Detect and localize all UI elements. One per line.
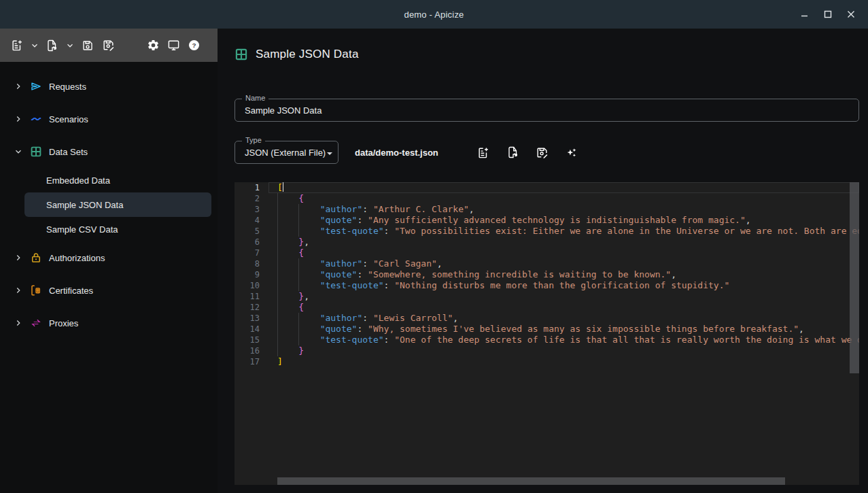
sidebar-item-embedded-data[interactable]: Embedded Data <box>24 168 211 192</box>
sidebar-item-authorizations[interactable]: Authorizations <box>0 241 218 274</box>
code-line[interactable]: [ <box>268 182 859 193</box>
code-line[interactable]: "test-quote": "Nothing disturbs me more … <box>268 280 859 291</box>
code-line[interactable]: "author": "Arthur C. Clarke", <box>268 204 859 215</box>
chevron-right-icon[interactable] <box>14 318 23 328</box>
sparkle-button[interactable] <box>565 144 578 160</box>
type-select[interactable]: Type JSON (External File) <box>235 141 338 164</box>
save-as-button[interactable] <box>536 144 549 160</box>
new-document-button[interactable] <box>8 33 26 58</box>
code-line[interactable]: "quote": "Somewhere, something incredibl… <box>268 269 859 280</box>
editor-content[interactable]: 1[2 {3 "author": "Arthur C. Clarke",4 "q… <box>235 182 859 485</box>
horizontal-scrollbar[interactable] <box>235 477 850 485</box>
close-button[interactable] <box>839 0 863 29</box>
chevron-right-icon[interactable] <box>14 253 23 262</box>
code-line[interactable]: "author": "Carl Sagan", <box>268 258 859 269</box>
sidebar-item-requests[interactable]: Requests <box>0 70 218 103</box>
indent-guide <box>298 226 299 237</box>
sidebar-item-proxies[interactable]: Proxies <box>0 307 218 339</box>
sidebar-nav: RequestsScenariosData SetsEmbedded DataS… <box>0 62 218 339</box>
name-field[interactable]: Name Sample JSON Data <box>235 99 859 122</box>
line-number: 3 <box>235 204 268 215</box>
chevron-right-icon[interactable] <box>14 114 23 124</box>
swap-arrows-icon <box>30 317 42 329</box>
chevron-down-button[interactable] <box>64 33 76 58</box>
code-token: "author" <box>320 258 363 269</box>
editor-line[interactable]: 9 "quote": "Somewhere, something incredi… <box>235 269 859 280</box>
indent-guide <box>277 226 278 237</box>
open-file-button[interactable] <box>44 33 61 58</box>
editor-line[interactable]: 12 { <box>235 302 859 313</box>
settings-gear-button[interactable] <box>144 33 162 58</box>
help-button[interactable]: ? <box>185 33 203 58</box>
editor-line[interactable]: 2 { <box>235 193 859 204</box>
chevron-down-icon[interactable] <box>14 147 23 156</box>
editor-line[interactable]: 3 "author": "Arthur C. Clarke", <box>235 204 859 215</box>
editor-line[interactable]: 8 "author": "Carl Sagan", <box>235 258 859 269</box>
settings-gear-icon <box>147 39 160 52</box>
vertical-scrollbar[interactable] <box>850 182 859 477</box>
code-line[interactable]: } <box>268 345 859 356</box>
new-document-button[interactable] <box>477 144 491 160</box>
code-token: { <box>298 193 304 203</box>
editor-line[interactable]: 6 }, <box>235 237 859 248</box>
editor-line[interactable]: 15 "test-quote": "One of the deep secret… <box>235 335 859 345</box>
indent-guide <box>298 313 299 324</box>
chevron-right-icon[interactable] <box>14 82 23 91</box>
code-token: : <box>357 324 368 334</box>
editor-line[interactable]: 17] <box>235 356 859 367</box>
code-line[interactable]: { <box>268 193 859 204</box>
minimize-button[interactable] <box>793 0 816 29</box>
save-icon <box>82 39 94 52</box>
save-as-button[interactable] <box>99 33 117 58</box>
line-number: 1 <box>235 182 268 193</box>
editor-line[interactable]: 13 "author": "Lewis Carroll", <box>235 313 859 324</box>
code-line[interactable]: ] <box>268 356 859 367</box>
name-input[interactable]: Sample JSON Data <box>235 105 322 116</box>
code-token: : <box>357 269 368 279</box>
json-editor[interactable]: 1[2 {3 "author": "Arthur C. Clarke",4 "q… <box>235 182 859 485</box>
vertical-scrollbar-thumb[interactable] <box>850 182 859 373</box>
code-line[interactable]: "author": "Lewis Carroll", <box>268 313 859 324</box>
display-button[interactable] <box>164 33 182 58</box>
horizontal-scrollbar-thumb[interactable] <box>277 477 785 485</box>
sidebar-item-sample-json-data[interactable]: Sample JSON Data <box>24 192 211 217</box>
indent-guide <box>298 204 299 215</box>
indent-guide <box>277 204 278 215</box>
indent-guide <box>277 324 278 335</box>
name-field-label: Name <box>242 94 268 102</box>
code-line[interactable]: { <box>268 248 859 258</box>
code-line[interactable]: "quote": "Any sufficiently advanced tech… <box>268 215 859 226</box>
editor-line[interactable]: 10 "test-quote": "Nothing disturbs me mo… <box>235 280 859 291</box>
chevron-right-icon[interactable] <box>14 286 23 295</box>
sidebar-item-label: Sample JSON Data <box>46 200 123 210</box>
chevron-down-button[interactable] <box>29 33 41 58</box>
editor-line[interactable]: 7 { <box>235 248 859 258</box>
sidebar-item-data-sets[interactable]: Data Sets <box>0 135 218 168</box>
line-number: 7 <box>235 248 268 258</box>
indent-guide <box>298 215 299 226</box>
editor-line[interactable]: 11 }, <box>235 291 859 302</box>
code-line[interactable]: "test-quote": "Two possibilities exist: … <box>268 226 859 237</box>
indent-guide <box>277 269 278 280</box>
editor-line[interactable]: 16 } <box>235 345 859 356</box>
editor-line[interactable]: 14 "quote": "Why, sometimes I've believe… <box>235 324 859 335</box>
code-line[interactable]: "quote": "Why, sometimes I've believed a… <box>268 324 859 335</box>
editor-line[interactable]: 5 "test-quote": "Two possibilities exist… <box>235 226 859 237</box>
maximize-button[interactable] <box>816 0 839 29</box>
sidebar-item-label: Proxies <box>49 318 78 328</box>
code-token: : <box>384 280 395 290</box>
sidebar-item-scenarios[interactable]: Scenarios <box>0 103 218 135</box>
sidebar-item-label: Authorizations <box>49 253 105 263</box>
open-file-button[interactable] <box>506 144 520 160</box>
save-button[interactable] <box>79 33 97 58</box>
code-line[interactable]: { <box>268 302 859 313</box>
editor-line[interactable]: 1[ <box>235 182 859 193</box>
code-token: { <box>298 302 304 312</box>
code-line[interactable]: "test-quote": "One of the deep secrets o… <box>268 335 859 345</box>
sidebar-item-certificates[interactable]: Certificates <box>0 274 218 307</box>
code-line[interactable]: }, <box>268 291 859 302</box>
sidebar-item-sample-csv-data[interactable]: Sample CSV Data <box>24 217 211 241</box>
display-icon <box>167 39 180 52</box>
editor-line[interactable]: 4 "quote": "Any sufficiently advanced te… <box>235 215 859 226</box>
code-line[interactable]: }, <box>268 237 859 248</box>
